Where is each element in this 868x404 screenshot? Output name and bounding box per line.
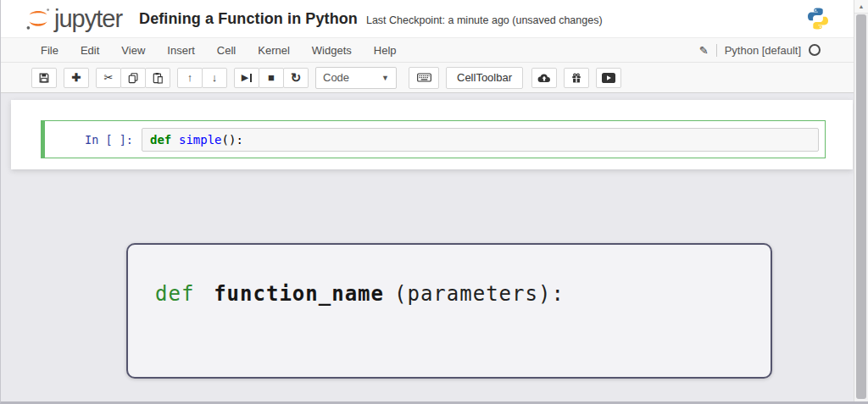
add-cell-button[interactable]: ✚ <box>64 68 89 88</box>
copy-cell-button[interactable] <box>120 68 146 88</box>
gift-icon <box>570 72 582 84</box>
move-cell-up-button[interactable]: ↑ <box>177 68 203 88</box>
syntax-diagram-code: deffunction_name(parameters): <box>155 282 771 306</box>
jupyter-window: jupyter Defining a Function in Python La… <box>1 0 854 401</box>
kernel-idle-icon <box>809 44 821 56</box>
cloud-upload-button[interactable] <box>531 68 557 88</box>
arrow-down-icon: ↓ <box>212 72 218 83</box>
menu-view[interactable]: View <box>110 44 156 57</box>
syntax-diagram-box: deffunction_name(parameters): <box>126 243 772 379</box>
edit-mode-pencil-icon: ✎ <box>699 44 709 57</box>
code-cell[interactable]: In [ ]: defsimple(): <box>41 120 826 158</box>
video-play-button[interactable] <box>596 68 621 88</box>
arrow-up-icon: ↑ <box>187 72 193 83</box>
save-button[interactable] <box>31 68 57 88</box>
vertical-scrollbar[interactable]: ▲ <box>854 0 868 401</box>
copy-icon <box>127 72 139 84</box>
jupyter-logo-icon <box>25 5 52 32</box>
kernel-indicator-area: ✎ Python [default] <box>699 44 843 57</box>
save-icon <box>38 72 50 84</box>
jupyter-logo[interactable]: jupyter <box>25 5 122 32</box>
plus-icon: ✚ <box>72 72 81 83</box>
keyboard-icon <box>417 73 431 82</box>
cut-cell-button[interactable]: ✂ <box>96 68 121 88</box>
move-cell-down-button[interactable]: ↓ <box>202 68 227 88</box>
menu-help[interactable]: Help <box>363 44 408 57</box>
scrollbar-up-icon[interactable]: ▲ <box>854 0 868 14</box>
video-play-icon <box>602 73 615 83</box>
menu-kernel[interactable]: Kernel <box>247 44 301 57</box>
stop-icon: ■ <box>268 72 275 83</box>
paste-cell-button[interactable] <box>145 68 170 88</box>
cell-type-selected-value: Code <box>323 71 349 84</box>
kernel-name-label: Python [default] <box>725 44 801 57</box>
python-logo-icon <box>805 6 831 31</box>
syntax-parameters: (parameters): <box>394 282 565 306</box>
menu-file[interactable]: File <box>30 44 70 57</box>
cell-type-select[interactable]: Code ▼ <box>315 67 397 89</box>
menu-cell[interactable]: Cell <box>206 44 247 57</box>
gift-button[interactable] <box>564 68 589 88</box>
run-cell-button[interactable]: ▶ <box>234 68 259 88</box>
menu-edit[interactable]: Edit <box>70 44 110 57</box>
code-rest: (): <box>222 133 243 147</box>
notebook-container: In [ ]: defsimple(): <box>11 100 853 169</box>
celltoolbar-button[interactable]: CellToolbar <box>446 67 523 89</box>
chevron-down-icon: ▼ <box>381 74 389 82</box>
notebook-title[interactable]: Defining a Function in Python <box>139 10 358 28</box>
cloud-upload-icon <box>537 73 551 83</box>
jupyter-logo-text: jupyter <box>54 6 122 31</box>
paste-icon <box>152 72 164 84</box>
syntax-function-name: function_name <box>214 282 384 306</box>
checkpoint-status: Last Checkpoint: a minute ago (unsaved c… <box>366 11 603 26</box>
code-function-name: simple <box>179 133 222 147</box>
command-palette-button[interactable] <box>409 67 439 89</box>
run-icon: ▶ <box>242 73 252 82</box>
cell-input-prompt: In [ ]: <box>42 133 142 147</box>
syntax-keyword: def <box>155 282 194 306</box>
interrupt-kernel-button[interactable]: ■ <box>259 68 284 88</box>
scrollbar-thumb[interactable] <box>856 14 866 399</box>
code-editor[interactable]: defsimple(): <box>142 128 819 152</box>
notebook-area: In [ ]: defsimple(): deffunction_name(pa… <box>1 93 854 401</box>
notebook-header: jupyter Defining a Function in Python La… <box>1 0 854 37</box>
code-keyword: def <box>150 133 171 147</box>
restart-icon: ↻ <box>291 71 302 84</box>
menubar-separator <box>716 44 717 57</box>
restart-kernel-button[interactable]: ↻ <box>283 68 309 88</box>
menu-widgets[interactable]: Widgets <box>301 44 363 57</box>
toolbar: ✚ ✂ <box>1 62 854 93</box>
menu-bar: File Edit View Insert Cell Kernel Widget… <box>1 37 854 62</box>
scissors-icon: ✂ <box>104 72 114 83</box>
menu-insert[interactable]: Insert <box>156 44 206 57</box>
